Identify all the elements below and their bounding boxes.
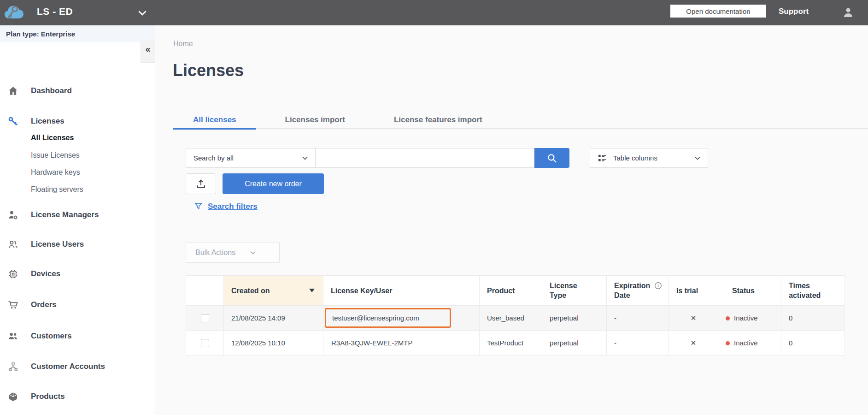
table-columns-label: Table columns: [613, 154, 657, 162]
row-checkbox-cell: [186, 331, 224, 356]
row-checkbox-cell: [186, 306, 224, 331]
license-type-cell: perpetual: [542, 331, 607, 356]
sidebar-item-customers[interactable]: Customers: [0, 331, 138, 343]
created-on-cell: 21/08/2025 14:09: [224, 306, 323, 331]
table-header-row: Created on License Key/User Product Lice…: [186, 276, 845, 306]
plan-type-badge: Plan type: Enterprise: [0, 25, 155, 42]
column-header-is-trial[interactable]: Is trial: [669, 276, 718, 306]
search-field-selected-value: Search by all: [194, 154, 234, 162]
main-content: Home Licenses All licenses Licenses impo…: [156, 25, 868, 415]
status-cell: Inactive: [718, 331, 781, 356]
sidebar-item-hardware-keys[interactable]: Hardware keys: [31, 168, 137, 179]
topbar: LS - ED Open documentation Support: [0, 0, 868, 25]
tab-bar: All licenses Licenses import License fea…: [173, 111, 868, 129]
upload-icon: [195, 178, 207, 190]
home-icon: [7, 85, 19, 97]
status-dot-icon: [726, 341, 730, 345]
sort-descending-icon: [309, 289, 315, 292]
filter-funnel-icon: [194, 202, 203, 211]
created-on-cell: 12/08/2025 10:10: [224, 331, 323, 356]
column-header-times-activated[interactable]: Times activated: [781, 276, 845, 306]
person-gear-icon: [7, 209, 19, 221]
sidebar-item-licenses[interactable]: Licenses: [0, 116, 138, 128]
box-icon: [7, 391, 19, 403]
tab-all-licenses[interactable]: All licenses: [173, 111, 256, 129]
table-columns-icon: [597, 153, 608, 164]
status-cell: Inactive: [718, 306, 781, 331]
times-activated-cell: 0: [781, 331, 845, 356]
info-icon[interactable]: [654, 282, 662, 290]
table-columns-select[interactable]: Table columns: [590, 148, 708, 168]
is-trial-cell: ✕: [669, 331, 718, 356]
sidebar-item-dashboard[interactable]: Dashboard: [0, 85, 138, 97]
key-icon: [7, 116, 19, 127]
sidebar: Plan type: Enterprise « Dashboard Licens…: [0, 25, 155, 415]
status-text: Inactive: [734, 339, 758, 347]
bulk-actions-label: Bulk Actions: [195, 249, 235, 257]
tab-license-features-import[interactable]: License features import: [374, 111, 502, 129]
search-icon: [546, 152, 558, 164]
column-header-license-type[interactable]: License Type: [542, 276, 607, 306]
chevron-down-icon: [693, 154, 702, 163]
chip-icon: [7, 268, 19, 280]
product-cell: TestProduct: [480, 331, 542, 356]
search-field-select[interactable]: Search by all: [186, 148, 316, 168]
row-checkbox[interactable]: [201, 339, 209, 347]
chevron-down-icon: [248, 248, 258, 257]
tab-licenses-import[interactable]: Licenses import: [265, 111, 365, 129]
column-header-status[interactable]: Status: [718, 276, 781, 306]
is-trial-cell: ✕: [669, 306, 718, 331]
highlight-annotation-box: testuser@licensespring.com: [325, 308, 451, 328]
status-text: Inactive: [734, 314, 758, 322]
sidebar-item-issue-licenses[interactable]: Issue Licenses: [31, 151, 137, 162]
row-checkbox[interactable]: [201, 314, 209, 322]
license-type-cell: perpetual: [542, 306, 607, 331]
create-new-order-button[interactable]: Create new order: [223, 173, 324, 194]
expiration-date-cell: -: [607, 331, 669, 356]
search-input[interactable]: [316, 148, 534, 168]
license-key-user-cell[interactable]: testuser@licensespring.com: [323, 306, 480, 331]
open-documentation-button[interactable]: Open documentation: [670, 5, 766, 18]
search-filters-link[interactable]: Search filters: [194, 202, 258, 211]
column-header-license-key-user[interactable]: License Key/User: [323, 276, 480, 306]
breadcrumb[interactable]: Home: [173, 40, 193, 48]
people-outline-icon: [7, 239, 19, 250]
sidebar-item-license-users[interactable]: License Users: [0, 239, 138, 251]
sidebar-item-customer-accounts[interactable]: Customer Accounts: [0, 361, 138, 373]
sidebar-item-devices[interactable]: Devices: [0, 268, 138, 280]
licenses-table: Created on License Key/User Product Lice…: [186, 275, 845, 356]
user-avatar-icon[interactable]: [841, 6, 855, 19]
expiration-date-cell: -: [607, 306, 669, 331]
select-all-header: [186, 276, 224, 306]
people-filled-icon: [7, 331, 19, 342]
times-activated-cell: 0: [781, 306, 845, 331]
page-title: Licenses: [173, 61, 244, 80]
sidebar-item-orders[interactable]: Orders: [0, 299, 138, 311]
search-button[interactable]: [534, 148, 569, 168]
sidebar-item-floating-servers[interactable]: Floating servers: [31, 185, 137, 196]
sidebar-item-license-managers[interactable]: License Managers: [0, 209, 138, 221]
table-row: 21/08/2025 14:09 testuser@licensespring.…: [186, 306, 845, 331]
network-icon: [7, 361, 19, 373]
support-link[interactable]: Support: [779, 7, 809, 16]
chevron-down-icon: [300, 154, 310, 163]
sidebar-item-products[interactable]: Products: [0, 391, 138, 403]
app-root: LS - ED Open documentation Support Plan …: [0, 0, 868, 415]
sidebar-collapse-button[interactable]: «: [141, 40, 155, 63]
license-key-user-cell[interactable]: R3A8-3QJW-EWEL-2MTP: [323, 331, 480, 356]
table-row: 12/08/2025 10:10 R3A8-3QJW-EWEL-2MTP Tes…: [186, 331, 845, 356]
cart-icon: [7, 299, 19, 311]
column-header-created-on[interactable]: Created on: [224, 276, 323, 306]
cloud-key-logo-icon: [3, 2, 26, 24]
product-cell: User_based: [480, 306, 542, 331]
import-upload-button[interactable]: [186, 173, 216, 194]
sidebar-item-all-licenses[interactable]: All Licenses: [31, 134, 137, 145]
brand-name: LS - ED: [37, 6, 73, 17]
column-header-expiration-date[interactable]: Expiration Date: [607, 276, 669, 306]
column-header-product[interactable]: Product: [480, 276, 542, 306]
brand-chevron-down-icon[interactable]: [136, 7, 148, 19]
status-dot-icon: [726, 316, 730, 320]
bulk-actions-select[interactable]: Bulk Actions: [186, 243, 280, 263]
